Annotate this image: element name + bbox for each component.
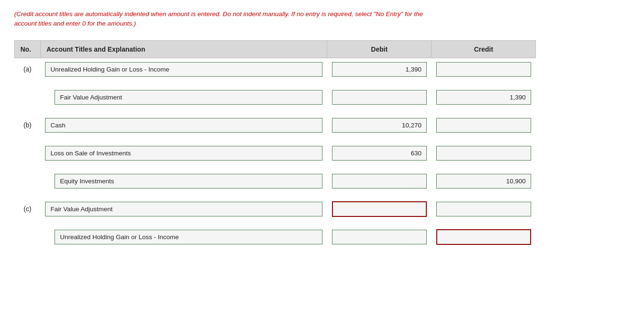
table-row: (c) — [15, 198, 536, 220]
debit-input[interactable] — [332, 146, 427, 161]
credit-input[interactable] — [436, 62, 531, 77]
account-input[interactable] — [45, 62, 322, 77]
row-number — [15, 86, 41, 108]
account-input[interactable] — [45, 118, 322, 133]
account-cell[interactable] — [40, 170, 327, 192]
credit-input[interactable] — [436, 202, 531, 216]
table-row — [15, 86, 536, 108]
debit-input[interactable] — [332, 118, 427, 133]
table-row — [15, 226, 536, 248]
row-number — [15, 142, 41, 164]
account-input[interactable] — [55, 174, 322, 188]
debit-input[interactable] — [332, 174, 427, 188]
header-account: Account Titles and Explanation — [40, 40, 327, 58]
header-debit: Debit — [327, 40, 432, 58]
header-no: No. — [15, 40, 41, 58]
account-cell[interactable] — [40, 142, 327, 164]
header-credit: Credit — [432, 40, 536, 58]
account-input[interactable] — [55, 230, 322, 244]
credit-input[interactable] — [436, 90, 531, 105]
row-number — [15, 170, 41, 192]
credit-input[interactable] — [436, 229, 531, 245]
account-input[interactable] — [45, 202, 322, 216]
debit-cell[interactable] — [327, 58, 432, 81]
account-cell[interactable] — [40, 226, 327, 248]
credit-input[interactable] — [436, 174, 531, 188]
debit-cell[interactable] — [327, 86, 432, 108]
table-row: (b) — [15, 114, 536, 136]
debit-cell[interactable] — [327, 114, 432, 136]
row-number: (a) — [15, 58, 41, 81]
row-number — [15, 226, 41, 248]
debit-input[interactable] — [332, 90, 427, 105]
debit-input[interactable] — [332, 62, 427, 77]
account-input[interactable] — [45, 146, 322, 161]
credit-cell[interactable] — [432, 114, 536, 136]
instruction-text: (Credit account titles are automatically… — [14, 9, 441, 29]
debit-cell[interactable] — [327, 142, 432, 164]
table-row — [15, 142, 536, 164]
account-input[interactable] — [55, 90, 322, 105]
credit-cell[interactable] — [432, 226, 536, 248]
debit-input[interactable] — [332, 230, 427, 244]
journal-table: No. Account Titles and Explanation Debit… — [14, 40, 536, 248]
credit-cell[interactable] — [432, 170, 536, 192]
credit-cell[interactable] — [432, 58, 536, 81]
credit-cell[interactable] — [432, 198, 536, 220]
debit-cell[interactable] — [327, 198, 432, 220]
credit-cell[interactable] — [432, 86, 536, 108]
credit-input[interactable] — [436, 146, 531, 161]
debit-cell[interactable] — [327, 170, 432, 192]
credit-input[interactable] — [436, 118, 531, 133]
row-number: (b) — [15, 114, 41, 136]
debit-input[interactable] — [332, 201, 427, 217]
account-cell[interactable] — [40, 114, 327, 136]
table-row: (a) — [15, 58, 536, 81]
credit-cell[interactable] — [432, 142, 536, 164]
table-row — [15, 170, 536, 192]
account-cell[interactable] — [40, 198, 327, 220]
account-cell[interactable] — [40, 86, 327, 108]
account-cell[interactable] — [40, 58, 327, 81]
row-number: (c) — [15, 198, 41, 220]
debit-cell[interactable] — [327, 226, 432, 248]
